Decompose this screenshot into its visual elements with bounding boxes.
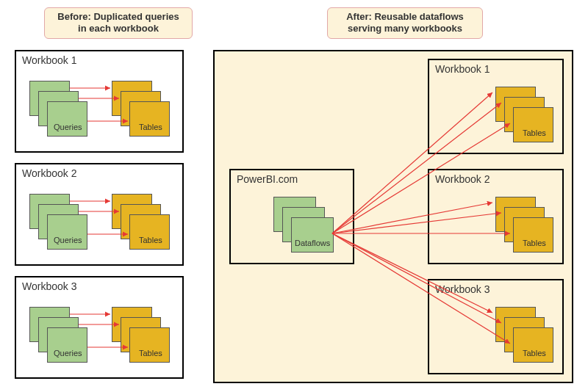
before-wb2-queries-label: Queries: [54, 236, 82, 244]
after-workbook-2: Workbook 2 Tables: [428, 169, 564, 264]
after-workbook-3: Workbook 3 Tables: [428, 279, 564, 374]
after-workbook-3-title: Workbook 3: [435, 283, 490, 295]
before-caption: Before: Duplicated queries in each workb…: [44, 7, 193, 39]
after-source-label: Dataflows: [295, 239, 330, 247]
after-workbook-2-title: Workbook 2: [435, 173, 490, 185]
after-source-title: PowerBI.com: [237, 173, 298, 185]
before-workbook-1: Workbook 1 Queries Tables: [15, 50, 184, 153]
after-source: PowerBI.com Dataflows: [229, 169, 354, 264]
before-workbook-3-title: Workbook 3: [22, 280, 76, 292]
before-workbook-1-title: Workbook 1: [22, 54, 76, 66]
after-wb1-tables-label: Tables: [523, 128, 546, 137]
after-workbook-1: Workbook 1 Tables: [428, 59, 564, 154]
after-container: PowerBI.com Dataflows Workbook 1 Tables …: [213, 50, 573, 383]
before-workbook-3: Workbook 3 Queries Tables: [15, 276, 184, 379]
before-wb1-queries-label: Queries: [54, 123, 82, 131]
after-wb3-tables-label: Tables: [523, 349, 546, 357]
before-wb3-queries-label: Queries: [54, 349, 82, 357]
after-wb2-tables-label: Tables: [523, 239, 546, 247]
before-wb2-tables-label: Tables: [139, 236, 162, 244]
after-workbook-1-title: Workbook 1: [435, 63, 490, 75]
before-workbook-2: Workbook 2 Queries Tables: [15, 163, 184, 266]
after-caption: After: Reusable dataflows serving many w…: [327, 7, 483, 39]
before-wb1-tables-label: Tables: [139, 123, 162, 131]
before-wb3-tables-label: Tables: [139, 349, 162, 357]
before-workbook-2-title: Workbook 2: [22, 167, 76, 179]
